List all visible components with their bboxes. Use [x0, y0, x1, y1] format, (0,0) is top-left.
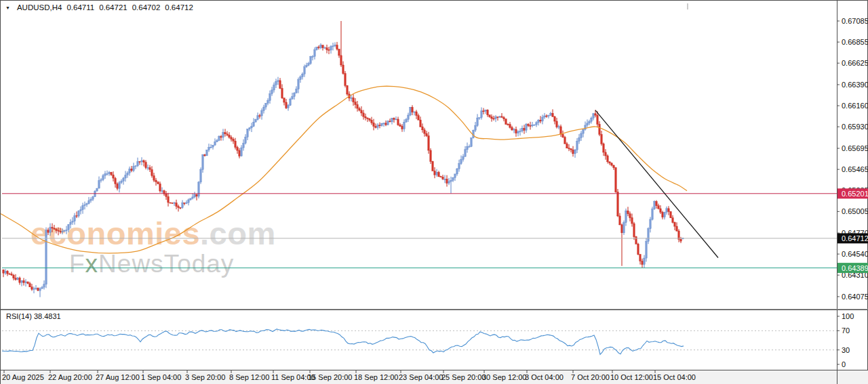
time-tick-label: 22 Aug 20:00: [48, 373, 92, 381]
time-tick-label: 3 Oct 04:00: [525, 373, 564, 381]
quote-open: 0.64711: [66, 3, 94, 12]
rsi-tick-label: 70: [842, 326, 850, 335]
price-tick-label: 0.65465: [842, 165, 868, 173]
time-tick-label: 10 Oct 12:00: [610, 373, 653, 381]
quote-close: 0.64712: [165, 3, 193, 12]
time-tick-label: 1 Sep 04:00: [141, 373, 181, 381]
rsi-tick-label: 30: [842, 346, 850, 354]
symbol-label: AUDUSD,H4: [17, 3, 62, 12]
price-tick-label: 0.65930: [842, 123, 868, 131]
time-tick-label: 3 Sep 20:00: [185, 373, 225, 381]
time-tick-label: 15 Oct 04:00: [653, 373, 696, 381]
quote-high: 0.64721: [99, 3, 127, 12]
trendline[interactable]: [595, 110, 718, 258]
moving-average-line: [1, 86, 687, 253]
rsi-tick-label: 0: [842, 360, 846, 368]
time-tick-label: 27 Aug 12:00: [96, 373, 140, 381]
chevron-down-icon[interactable]: ▼: [5, 5, 10, 10]
price-badge-label: 0.64389: [842, 264, 868, 272]
rsi-tick-label: 100: [842, 312, 854, 320]
rsi-label: RSI(14) 38.4831: [6, 312, 61, 320]
quote-low: 0.64702: [132, 3, 161, 12]
price-tick-label: 0.64540: [842, 250, 868, 258]
time-tick-label: 23 Sep 04:00: [399, 373, 443, 381]
price-tick-label: 0.66160: [842, 102, 868, 110]
time-tick-label: 18 Sep 12:00: [354, 373, 398, 381]
time-tick-label: 20 Aug 2025: [2, 373, 44, 381]
time-tick-label: 8 Sep 12:00: [229, 373, 269, 381]
price-badge-label: 0.65201: [842, 190, 868, 198]
symbol-header: ▼ AUDUSD,H4 0.64711 0.64721 0.64702 0.64…: [5, 3, 193, 12]
rsi-line: [2, 329, 684, 355]
time-tick-label: 30 Sep 12:00: [482, 373, 526, 381]
price-badge-label: 0.64712: [842, 234, 868, 242]
time-tick-label: 25 Sep 20:00: [441, 373, 486, 381]
price-tick-label: 0.66390: [842, 81, 868, 89]
chart-canvas[interactable]: 0.670850.668550.666250.663900.661600.659…: [1, 1, 868, 384]
price-tick-label: 0.66855: [842, 38, 868, 46]
candle-wicks: [3, 21, 683, 297]
chart-window: economies.com FxNewsToday 0.670850.66855…: [0, 0, 868, 384]
time-tick-label: 7 Oct 20:00: [571, 373, 610, 381]
candle-bodies: [3, 45, 684, 291]
price-tick-label: 0.65005: [842, 207, 868, 215]
price-tick-label: 0.65695: [842, 144, 868, 152]
price-tick-label: 0.67085: [842, 17, 868, 25]
time-tick-label: 15 Sep 20:00: [308, 373, 352, 381]
price-tick-label: 0.64075: [842, 293, 868, 301]
price-tick-label: 0.66625: [842, 59, 868, 67]
